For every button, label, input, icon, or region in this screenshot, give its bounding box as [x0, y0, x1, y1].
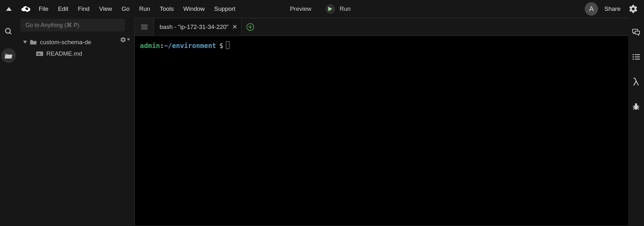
terminal-colon: :	[160, 42, 164, 50]
svg-text:M↓: M↓	[38, 52, 42, 56]
debugger-panel-button[interactable]	[631, 102, 641, 111]
lambda-panel-button[interactable]	[631, 77, 641, 86]
preview-button[interactable]: Preview	[290, 5, 312, 12]
terminal-prompt: $	[219, 42, 223, 50]
svg-point-3	[5, 28, 10, 33]
tab-label: bash - "ip-172-31-34-220"	[160, 24, 228, 31]
folder-open-icon	[4, 52, 13, 59]
terminal-user: admin	[140, 42, 160, 50]
tree-root-label: custom-schema-de	[40, 39, 91, 46]
tree-root-folder[interactable]: custom-schema-de	[17, 37, 135, 48]
terminal-cursor	[226, 41, 229, 49]
terminal[interactable]: admin:~/environment$	[135, 36, 628, 226]
run-circle	[325, 4, 335, 14]
tab-terminal[interactable]: bash - "ip-172-31-34-220"	[154, 18, 241, 36]
close-icon	[233, 25, 237, 29]
go-to-anything-input[interactable]	[20, 19, 125, 31]
tree-file-label: README.md	[46, 50, 82, 57]
menu-window[interactable]: Window	[183, 4, 206, 14]
svg-marker-5	[127, 38, 130, 41]
run-button[interactable]: Run	[325, 4, 351, 14]
outline-panel-button[interactable]	[631, 52, 641, 62]
body-row: custom-schema-de M↓ README.md bash - "ip…	[0, 18, 644, 226]
terminal-path: ~/environment	[164, 42, 216, 50]
gear-icon	[120, 37, 126, 43]
svg-point-23	[634, 105, 638, 110]
collaborate-panel-button[interactable]	[631, 27, 641, 37]
file-tree: custom-schema-de M↓ README.md	[17, 33, 135, 59]
editor-area: bash - "ip-172-31-34-220" admin:~/enviro…	[135, 18, 628, 226]
go-to-anything-row	[17, 18, 135, 33]
share-button[interactable]: Share	[604, 4, 621, 14]
tabs-row: bash - "ip-172-31-34-220"	[135, 18, 628, 36]
run-label: Run	[339, 5, 351, 12]
settings-button[interactable]	[627, 3, 640, 15]
plus-circle-icon	[246, 23, 254, 31]
svg-line-26	[638, 106, 639, 106]
search-panel-button[interactable]	[1, 24, 16, 39]
tab-close-button[interactable]	[233, 24, 237, 30]
top-center-actions: Preview Run	[290, 4, 351, 14]
svg-point-24	[635, 103, 637, 105]
list-icon	[632, 54, 640, 60]
play-icon	[328, 7, 332, 11]
menu-view[interactable]: View	[98, 4, 113, 14]
menu-find[interactable]: Find	[77, 4, 90, 14]
cloud9-logo-icon	[20, 5, 32, 13]
top-menu-bar: File Edit Find View Go Run Tools Window …	[0, 0, 644, 18]
terminal-line: admin:~/environment$	[140, 40, 229, 221]
menu-file[interactable]: File	[38, 4, 49, 14]
file-tree-panel-button[interactable]	[1, 48, 16, 63]
svg-line-29	[633, 109, 634, 110]
sidebar: custom-schema-de M↓ README.md	[17, 18, 135, 226]
tree-settings-button[interactable]	[120, 37, 130, 43]
svg-point-19	[633, 56, 634, 58]
markdown-icon: M↓	[36, 51, 43, 56]
menu-edit[interactable]: Edit	[57, 4, 69, 14]
svg-line-25	[633, 106, 634, 106]
menu-support[interactable]: Support	[214, 4, 236, 14]
top-right-group: A Share	[585, 2, 642, 16]
tree-file-readme[interactable]: M↓ README.md	[17, 48, 135, 59]
svg-point-17	[633, 54, 634, 55]
left-gutter	[0, 18, 17, 226]
bug-icon	[632, 103, 640, 110]
new-tab-button[interactable]	[241, 18, 259, 36]
search-icon	[4, 27, 13, 36]
menu-run[interactable]: Run	[139, 4, 151, 14]
right-gutter	[628, 18, 644, 226]
svg-marker-2	[328, 7, 332, 11]
collapse-menu-button[interactable]	[4, 4, 13, 13]
menu-items: File Edit Find View Go Run Tools Window …	[38, 4, 236, 14]
avatar-initial: A	[589, 5, 594, 13]
svg-marker-0	[6, 7, 12, 11]
svg-line-4	[10, 32, 11, 34]
lambda-icon	[633, 78, 640, 86]
hamburger-icon	[141, 25, 148, 29]
chevron-down-icon	[127, 38, 130, 41]
avatar[interactable]: A	[585, 2, 598, 16]
chat-icon	[632, 28, 640, 36]
menu-go[interactable]: Go	[121, 4, 130, 14]
svg-line-30	[638, 109, 639, 110]
cloud9-logo[interactable]	[20, 3, 32, 15]
tabs-menu-button[interactable]	[135, 18, 154, 36]
gear-icon	[628, 4, 638, 14]
svg-marker-6	[23, 41, 27, 44]
triangle-up-icon	[6, 7, 12, 11]
menu-tools[interactable]: Tools	[159, 4, 174, 14]
folder-icon	[30, 39, 37, 45]
chevron-down-icon	[22, 41, 28, 44]
svg-point-21	[633, 58, 634, 60]
